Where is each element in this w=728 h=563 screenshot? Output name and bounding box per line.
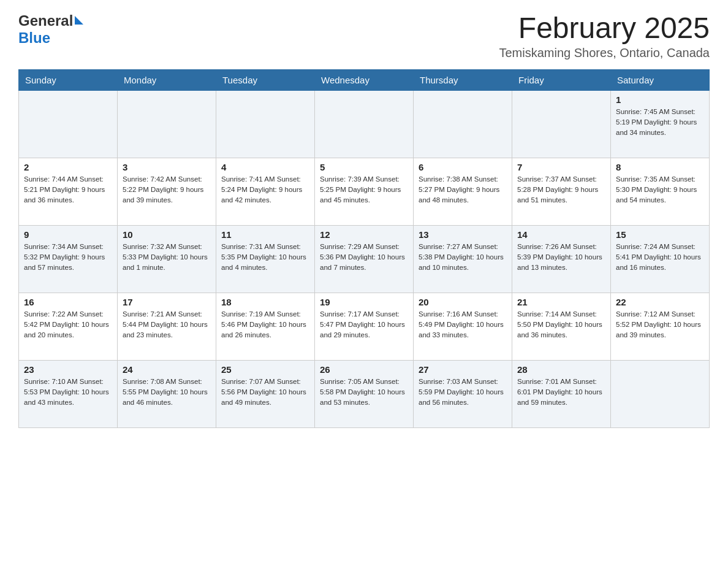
- calendar-cell: 4Sunrise: 7:41 AM Sunset: 5:24 PM Daylig…: [216, 158, 315, 225]
- calendar-cell: 25Sunrise: 7:07 AM Sunset: 5:56 PM Dayli…: [216, 360, 315, 427]
- day-info: Sunrise: 7:31 AM Sunset: 5:35 PM Dayligh…: [221, 242, 309, 274]
- day-info: Sunrise: 7:45 AM Sunset: 5:19 PM Dayligh…: [616, 107, 704, 139]
- calendar-cell: [19, 90, 118, 158]
- calendar-cell: [216, 90, 315, 158]
- calendar-cell: 21Sunrise: 7:14 AM Sunset: 5:50 PM Dayli…: [512, 293, 611, 360]
- day-info: Sunrise: 7:17 AM Sunset: 5:47 PM Dayligh…: [320, 309, 408, 341]
- day-info: Sunrise: 7:03 AM Sunset: 5:59 PM Dayligh…: [419, 377, 507, 408]
- calendar-cell: 1Sunrise: 7:45 AM Sunset: 5:19 PM Daylig…: [611, 90, 710, 158]
- calendar-cell: 5Sunrise: 7:39 AM Sunset: 5:25 PM Daylig…: [315, 158, 414, 225]
- day-info: Sunrise: 7:29 AM Sunset: 5:36 PM Dayligh…: [320, 242, 408, 274]
- day-info: Sunrise: 7:08 AM Sunset: 5:55 PM Dayligh…: [123, 377, 211, 408]
- logo: General Blue: [18, 12, 83, 47]
- day-of-week-header: Monday: [118, 69, 216, 90]
- logo-general-text: General: [18, 12, 73, 29]
- day-of-week-header: Sunday: [19, 69, 118, 90]
- day-number: 8: [616, 162, 704, 172]
- day-of-week-header: Tuesday: [216, 69, 315, 90]
- calendar-cell: [414, 90, 512, 158]
- day-number: 20: [419, 297, 507, 307]
- day-of-week-header: Saturday: [611, 69, 710, 90]
- day-number: 23: [24, 364, 112, 375]
- logo-blue-text: Blue: [18, 29, 50, 46]
- calendar-cell: 16Sunrise: 7:22 AM Sunset: 5:42 PM Dayli…: [19, 293, 118, 360]
- day-info: Sunrise: 7:05 AM Sunset: 5:58 PM Dayligh…: [320, 377, 408, 408]
- calendar-cell: 13Sunrise: 7:27 AM Sunset: 5:38 PM Dayli…: [414, 225, 512, 293]
- day-number: 15: [616, 229, 704, 240]
- day-number: 14: [517, 229, 605, 240]
- day-info: Sunrise: 7:14 AM Sunset: 5:50 PM Dayligh…: [517, 309, 605, 341]
- calendar-cell: 22Sunrise: 7:12 AM Sunset: 5:52 PM Dayli…: [611, 293, 710, 360]
- calendar-cell: 15Sunrise: 7:24 AM Sunset: 5:41 PM Dayli…: [611, 225, 710, 293]
- calendar-cell: 26Sunrise: 7:05 AM Sunset: 5:58 PM Dayli…: [315, 360, 414, 427]
- calendar-header-row: SundayMondayTuesdayWednesdayThursdayFrid…: [19, 69, 710, 90]
- calendar-cell: 12Sunrise: 7:29 AM Sunset: 5:36 PM Dayli…: [315, 225, 414, 293]
- day-info: Sunrise: 7:32 AM Sunset: 5:33 PM Dayligh…: [123, 242, 211, 274]
- day-info: Sunrise: 7:35 AM Sunset: 5:30 PM Dayligh…: [616, 174, 704, 206]
- day-info: Sunrise: 7:07 AM Sunset: 5:56 PM Dayligh…: [221, 377, 309, 408]
- day-number: 7: [517, 162, 605, 172]
- calendar-cell: 11Sunrise: 7:31 AM Sunset: 5:35 PM Dayli…: [216, 225, 315, 293]
- day-info: Sunrise: 7:41 AM Sunset: 5:24 PM Dayligh…: [221, 174, 309, 206]
- day-info: Sunrise: 7:21 AM Sunset: 5:44 PM Dayligh…: [123, 309, 211, 341]
- day-number: 11: [221, 229, 309, 240]
- calendar-cell: [118, 90, 216, 158]
- calendar-cell: 17Sunrise: 7:21 AM Sunset: 5:44 PM Dayli…: [118, 293, 216, 360]
- month-year-title: February 2025: [499, 12, 710, 45]
- logo-container: General Blue: [18, 12, 83, 47]
- day-number: 21: [517, 297, 605, 307]
- calendar-cell: 24Sunrise: 7:08 AM Sunset: 5:55 PM Dayli…: [118, 360, 216, 427]
- day-number: 10: [123, 229, 211, 240]
- calendar-week-row: 2Sunrise: 7:44 AM Sunset: 5:21 PM Daylig…: [19, 158, 710, 225]
- calendar-cell: 6Sunrise: 7:38 AM Sunset: 5:27 PM Daylig…: [414, 158, 512, 225]
- day-of-week-header: Thursday: [414, 69, 512, 90]
- day-number: 17: [123, 297, 211, 307]
- day-info: Sunrise: 7:12 AM Sunset: 5:52 PM Dayligh…: [616, 309, 704, 341]
- day-info: Sunrise: 7:26 AM Sunset: 5:39 PM Dayligh…: [517, 242, 605, 274]
- day-number: 12: [320, 229, 408, 240]
- day-number: 2: [24, 162, 112, 172]
- calendar-cell: [315, 90, 414, 158]
- day-number: 26: [320, 364, 408, 375]
- calendar-cell: 3Sunrise: 7:42 AM Sunset: 5:22 PM Daylig…: [118, 158, 216, 225]
- day-number: 5: [320, 162, 408, 172]
- calendar-table: SundayMondayTuesdayWednesdayThursdayFrid…: [18, 69, 710, 428]
- calendar-cell: 2Sunrise: 7:44 AM Sunset: 5:21 PM Daylig…: [19, 158, 118, 225]
- calendar-cell: 14Sunrise: 7:26 AM Sunset: 5:39 PM Dayli…: [512, 225, 611, 293]
- day-info: Sunrise: 7:24 AM Sunset: 5:41 PM Dayligh…: [616, 242, 704, 274]
- calendar-cell: 19Sunrise: 7:17 AM Sunset: 5:47 PM Dayli…: [315, 293, 414, 360]
- title-block: February 2025 Temiskaming Shores, Ontari…: [499, 12, 710, 60]
- day-info: Sunrise: 7:44 AM Sunset: 5:21 PM Dayligh…: [24, 174, 112, 206]
- day-number: 6: [419, 162, 507, 172]
- calendar-cell: 20Sunrise: 7:16 AM Sunset: 5:49 PM Dayli…: [414, 293, 512, 360]
- calendar-cell: 7Sunrise: 7:37 AM Sunset: 5:28 PM Daylig…: [512, 158, 611, 225]
- day-number: 25: [221, 364, 309, 375]
- calendar-week-row: 23Sunrise: 7:10 AM Sunset: 5:53 PM Dayli…: [19, 360, 710, 427]
- location-subtitle: Temiskaming Shores, Ontario, Canada: [499, 46, 710, 60]
- day-info: Sunrise: 7:19 AM Sunset: 5:46 PM Dayligh…: [221, 309, 309, 341]
- day-number: 27: [419, 364, 507, 375]
- day-info: Sunrise: 7:22 AM Sunset: 5:42 PM Dayligh…: [24, 309, 112, 341]
- day-number: 16: [24, 297, 112, 307]
- day-number: 13: [419, 229, 507, 240]
- day-number: 3: [123, 162, 211, 172]
- day-info: Sunrise: 7:37 AM Sunset: 5:28 PM Dayligh…: [517, 174, 605, 206]
- day-info: Sunrise: 7:42 AM Sunset: 5:22 PM Dayligh…: [123, 174, 211, 206]
- day-info: Sunrise: 7:10 AM Sunset: 5:53 PM Dayligh…: [24, 377, 112, 408]
- calendar-cell: 10Sunrise: 7:32 AM Sunset: 5:33 PM Dayli…: [118, 225, 216, 293]
- calendar-cell: [611, 360, 710, 427]
- calendar-cell: 18Sunrise: 7:19 AM Sunset: 5:46 PM Dayli…: [216, 293, 315, 360]
- page-header: General Blue February 2025 Temiskaming S…: [18, 12, 710, 60]
- calendar-cell: [512, 90, 611, 158]
- calendar-cell: 23Sunrise: 7:10 AM Sunset: 5:53 PM Dayli…: [19, 360, 118, 427]
- day-info: Sunrise: 7:39 AM Sunset: 5:25 PM Dayligh…: [320, 174, 408, 206]
- day-number: 28: [517, 364, 605, 375]
- logo-line2: Blue: [18, 29, 50, 47]
- calendar-cell: 9Sunrise: 7:34 AM Sunset: 5:32 PM Daylig…: [19, 225, 118, 293]
- day-info: Sunrise: 7:01 AM Sunset: 6:01 PM Dayligh…: [517, 377, 605, 408]
- calendar-cell: 27Sunrise: 7:03 AM Sunset: 5:59 PM Dayli…: [414, 360, 512, 427]
- day-info: Sunrise: 7:27 AM Sunset: 5:38 PM Dayligh…: [419, 242, 507, 274]
- calendar-week-row: 16Sunrise: 7:22 AM Sunset: 5:42 PM Dayli…: [19, 293, 710, 360]
- day-of-week-header: Wednesday: [315, 69, 414, 90]
- calendar-cell: 28Sunrise: 7:01 AM Sunset: 6:01 PM Dayli…: [512, 360, 611, 427]
